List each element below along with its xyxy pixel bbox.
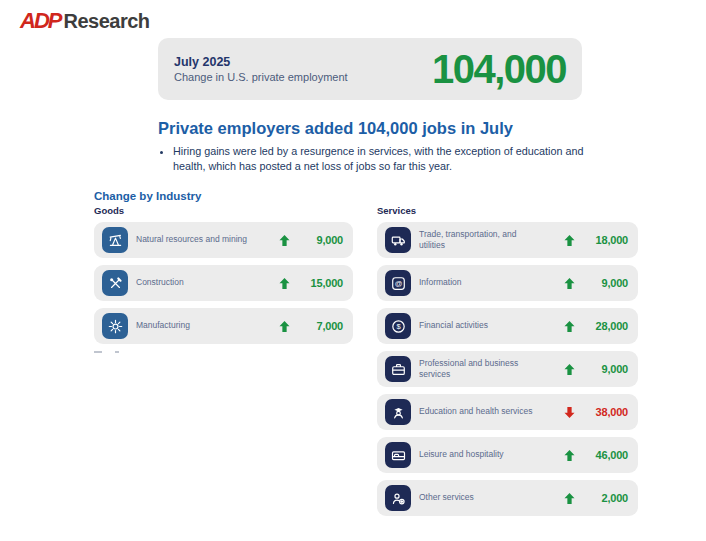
svg-text:$: $ — [396, 322, 401, 331]
up-arrow-icon — [563, 449, 576, 462]
graduate-icon — [385, 399, 411, 425]
industry-label: Construction — [136, 277, 254, 288]
at-sign-icon: @ — [385, 270, 411, 296]
industry-row: Education and health services 38,000 — [377, 394, 638, 430]
industry-value: 38,000 — [576, 406, 628, 418]
services-column: Services Trade, transportation, and util… — [377, 205, 638, 523]
summary-text-block: July 2025 Change in U.S. private employm… — [174, 55, 348, 83]
industry-row: $ Financial activities 28,000 — [377, 308, 638, 344]
services-column-label: Services — [377, 205, 638, 216]
industry-label: Trade, transportation, and utilities — [419, 229, 537, 251]
up-arrow-icon — [563, 363, 576, 376]
industry-label: Other services — [419, 492, 537, 503]
headline-number: 104,000 — [432, 47, 566, 92]
logo-research-text: Research — [63, 10, 149, 33]
summary-bullets: Hiring gains were led by a resurgence in… — [160, 144, 617, 173]
industry-label: Information — [419, 277, 537, 288]
up-arrow-icon — [278, 320, 291, 333]
up-arrow-icon — [563, 492, 576, 505]
bed-icon — [385, 442, 411, 468]
gear-icon — [102, 313, 128, 339]
hammer-wrench-icon — [102, 270, 128, 296]
industry-value: 15,000 — [291, 277, 343, 289]
report-subtitle: Change in U.S. private employment — [174, 71, 348, 83]
adp-research-logo[interactable]: ADP Research — [20, 8, 150, 34]
truck-icon — [385, 227, 411, 253]
adp-employment-infographic: ADP Research July 2025 Change in U.S. pr… — [0, 0, 706, 541]
industry-label: Natural resources and mining — [136, 234, 254, 245]
briefcase-icon — [385, 356, 411, 382]
svg-text:@: @ — [394, 279, 402, 288]
industry-value: 9,000 — [291, 234, 343, 246]
industry-row: @ Information 9,000 — [377, 265, 638, 301]
industry-row: Trade, transportation, and utilities 18,… — [377, 222, 638, 258]
goods-column: Goods Natural resources and mining 9,000… — [94, 205, 353, 351]
up-arrow-icon — [563, 234, 576, 247]
dollar-coin-icon: $ — [385, 313, 411, 339]
up-arrow-icon — [278, 277, 291, 290]
up-arrow-icon — [563, 277, 576, 290]
person-plus-icon — [385, 485, 411, 511]
down-arrow-icon — [563, 406, 576, 419]
industry-row: Other services 2,000 — [377, 480, 638, 516]
industry-value: 9,000 — [576, 277, 628, 289]
industry-row: Manufacturing 7,000 — [94, 308, 353, 344]
pumpjack-icon — [102, 227, 128, 253]
industry-label: Professional and business services — [419, 358, 537, 380]
summary-card: July 2025 Change in U.S. private employm… — [158, 38, 582, 100]
industry-value: 2,000 — [576, 492, 628, 504]
page-title: Private employers added 104,000 jobs in … — [158, 119, 513, 138]
industry-row: Leisure and hospitality 46,000 — [377, 437, 638, 473]
industry-row: Construction 15,000 — [94, 265, 353, 301]
up-arrow-icon — [563, 320, 576, 333]
goods-column-label: Goods — [94, 205, 353, 216]
industry-value: 18,000 — [576, 234, 628, 246]
industry-label: Leisure and hospitality — [419, 449, 537, 460]
industry-value: 7,000 — [291, 320, 343, 332]
industry-label: Manufacturing — [136, 320, 254, 331]
industry-row: Natural resources and mining 9,000 — [94, 222, 353, 258]
industry-row: Professional and business services 9,000 — [377, 351, 638, 387]
industry-value: 9,000 — [576, 363, 628, 375]
industry-label: Financial activities — [419, 320, 537, 331]
clipped-text-fragment — [94, 351, 134, 354]
adp-logo-mark: ADP — [20, 8, 63, 34]
section-title: Change by Industry — [94, 190, 201, 202]
industry-value: 46,000 — [576, 449, 628, 461]
industry-value: 28,000 — [576, 320, 628, 332]
up-arrow-icon — [278, 234, 291, 247]
bullet-item: Hiring gains were led by a resurgence in… — [173, 144, 617, 173]
industry-label: Education and health services — [419, 406, 537, 417]
report-period: July 2025 — [174, 55, 348, 69]
